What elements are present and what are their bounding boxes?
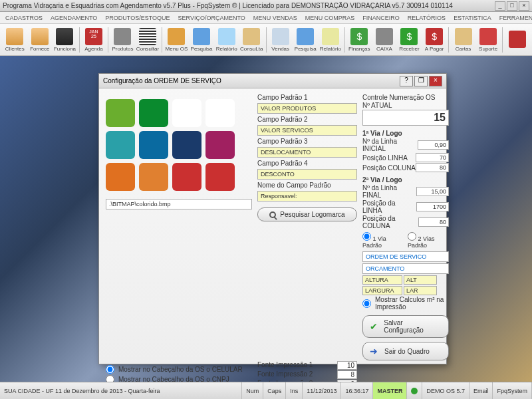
- maximize-button[interactable]: □: [507, 1, 517, 11]
- tool-financas[interactable]: $Finanças: [347, 25, 372, 55]
- os-box[interactable]: ORDEM DE SERVICO: [362, 251, 449, 262]
- titlebar-text: Programa Vidraçaria e Esquadrias com Age…: [3, 2, 495, 9]
- color-swatch-6[interactable]: [172, 131, 201, 159]
- field2-input[interactable]: VALOR SERVICOS: [257, 125, 357, 136]
- via1-header: 1ª Via / Logo: [362, 130, 449, 137]
- tool-relatorio2[interactable]: Relatório: [319, 25, 343, 55]
- tool-suporte[interactable]: Suporte: [476, 25, 501, 55]
- relatorio-icon: [218, 28, 235, 45]
- menu-relatorios[interactable]: RELATÓRIOS: [404, 13, 450, 23]
- tool-pesquisa[interactable]: Pesquisa: [190, 25, 214, 55]
- color-swatch-4[interactable]: [106, 131, 135, 159]
- radio-celular[interactable]: Mostrar no Cabeçalho da OS o CELULAR: [106, 364, 252, 374]
- tool-produtos[interactable]: Produtos: [110, 25, 135, 55]
- pos-coluna-input[interactable]: 80: [416, 163, 449, 172]
- field4-label: Campo Padrão 4: [257, 160, 357, 167]
- menu-ferramentas[interactable]: FERRAMENTAS: [495, 13, 532, 23]
- atual-value[interactable]: 15: [362, 110, 449, 126]
- color-swatch-9[interactable]: [139, 163, 168, 191]
- linha-final-input[interactable]: 15,00: [416, 187, 449, 196]
- field1-input[interactable]: VALOR PRODUTOS: [257, 103, 357, 114]
- dialog-title: Configuração da ORDEM DE SERVIÇO: [103, 77, 400, 84]
- status-fpq[interactable]: FpqSystem: [493, 382, 532, 399]
- tool-relatorio[interactable]: Relatório: [214, 25, 239, 55]
- dialog-restore-button[interactable]: ❐: [414, 76, 428, 86]
- color-swatch-0[interactable]: [106, 99, 135, 127]
- altura-input[interactable]: ALT: [404, 275, 437, 285]
- tool-fornece[interactable]: Fornece: [28, 25, 53, 55]
- pos-coluna2-input[interactable]: 80: [418, 217, 449, 227]
- atual-label: Nº ATUAL: [362, 102, 392, 109]
- produtos-icon: [114, 28, 131, 45]
- tool-pesquisa2[interactable]: Pesquisa: [293, 25, 318, 55]
- toolbar-separator: [344, 27, 345, 53]
- tool-apagar[interactable]: $A Pagar: [422, 25, 447, 55]
- dialog-help-button[interactable]: ?: [400, 76, 413, 86]
- relatorio2-icon: [322, 28, 339, 45]
- toolbar-separator: [266, 27, 267, 53]
- menu-servico[interactable]: SERVIÇO/ORÇAMENTO: [174, 13, 249, 23]
- sair-button[interactable]: ➜Sair do Quadro: [362, 342, 449, 360]
- menu-estatistica[interactable]: ESTATISTICA: [450, 13, 495, 23]
- radio-mostrar-calc[interactable]: Mostrar Calculos m² na Impressão: [362, 295, 449, 311]
- color-swatch-2[interactable]: [172, 99, 201, 127]
- font1-input[interactable]: 10: [337, 361, 357, 370]
- tool-exit[interactable]: [505, 25, 529, 55]
- tool-vendas[interactable]: Vendas: [268, 25, 293, 55]
- orcamento-box[interactable]: ORCAMENTO: [362, 263, 449, 274]
- receber-icon: $: [400, 28, 418, 45]
- color-swatch-10[interactable]: [172, 163, 201, 191]
- tool-agenda[interactable]: JAN25Agenda: [82, 25, 106, 55]
- minimize-button[interactable]: _: [495, 1, 505, 11]
- largura-label: LARGURA: [362, 286, 402, 295]
- menu-financeiro[interactable]: FINANCEIRO: [358, 13, 404, 23]
- nome-input[interactable]: Responsavel:: [257, 191, 357, 201]
- field4-input[interactable]: DESCONTO: [257, 169, 357, 180]
- tool-menuos[interactable]: Menu OS: [164, 25, 189, 55]
- menu-compras[interactable]: MENU COMPRAS: [301, 13, 359, 23]
- vendas-icon: [272, 28, 289, 45]
- font2-input[interactable]: 8: [337, 370, 357, 379]
- largura-input[interactable]: LAR: [404, 286, 437, 295]
- radio-1via[interactable]: 1 Via Padrão: [362, 232, 401, 249]
- color-swatch-8[interactable]: [106, 163, 135, 191]
- color-swatch-11[interactable]: [205, 163, 235, 191]
- consultar-icon: [139, 28, 156, 45]
- dialog-titlebar: Configuração da ORDEM DE SERVIÇO ? ❐ ×: [99, 74, 446, 88]
- tool-clientes[interactable]: Clientes: [3, 25, 27, 55]
- tool-funciona[interactable]: Funciona: [53, 25, 77, 55]
- statusbar: SUA CIDADE - UF 11 de Dezembro de 2013 -…: [0, 382, 532, 399]
- color-swatch-5[interactable]: [139, 131, 168, 159]
- pesquisar-logomarca-button[interactable]: Pesquisar Logomarca: [257, 207, 357, 221]
- tool-receber[interactable]: $Receber: [397, 25, 422, 55]
- bitmap-path-field[interactable]: .\BITMAP\colorido.bmp: [106, 199, 252, 209]
- color-swatch-1[interactable]: [139, 99, 168, 127]
- status-caps: Caps: [263, 382, 286, 399]
- tool-caixa[interactable]: CAIXA: [372, 25, 397, 55]
- pos-linha-input[interactable]: 70: [416, 153, 449, 162]
- funciona-icon: [56, 28, 73, 45]
- salvar-button[interactable]: ✔Salvar Configuração: [362, 315, 449, 338]
- menu-agendamento[interactable]: AGENDAMENTO: [47, 13, 101, 23]
- toolbar-separator: [79, 27, 80, 53]
- status-master: MASTER: [373, 382, 407, 399]
- linha-inicial-input[interactable]: 0,90: [418, 140, 449, 150]
- color-swatch-3[interactable]: [205, 99, 235, 127]
- radio-2vias[interactable]: 2 Vias Padrão: [408, 232, 449, 249]
- close-button[interactable]: ×: [519, 1, 529, 11]
- controle-label: Controle Numeração OS: [362, 94, 449, 101]
- dialog-close-button[interactable]: ×: [429, 76, 442, 86]
- menu-cadastros[interactable]: CADASTROS: [1, 13, 47, 23]
- status-email[interactable]: Email: [469, 382, 493, 399]
- menu-produtos[interactable]: PRODUTOS/ESTOQUE: [101, 13, 174, 23]
- field3-input[interactable]: DESLOCAMENTO: [257, 147, 357, 158]
- tool-cartas[interactable]: Cartas: [451, 25, 475, 55]
- color-swatch-7[interactable]: [205, 131, 235, 159]
- status-num: Num: [242, 382, 263, 399]
- menu-vendas[interactable]: MENU VENDAS: [249, 13, 301, 23]
- tool-consultar[interactable]: Consultar: [136, 25, 160, 55]
- tool-consulta2[interactable]: ConsuLta: [239, 25, 264, 55]
- field2-label: Campo Padrão 2: [257, 116, 357, 123]
- pos-linha2-input[interactable]: 1700: [416, 202, 449, 211]
- menuos-icon: [168, 28, 185, 45]
